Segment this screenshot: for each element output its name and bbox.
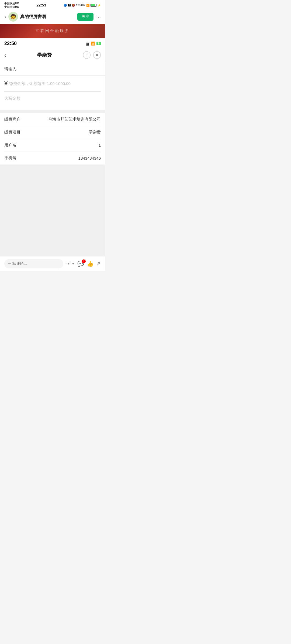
page-back-button[interactable]: ‹	[4, 52, 6, 58]
pagination-text: 1/1	[66, 262, 71, 266]
info-row-merchant: 缴费商户 乌海市舒艺艺术培训有限公司	[4, 113, 101, 126]
wifi-icon: 📶	[86, 4, 89, 7]
merchant-key: 缴费商户	[4, 117, 20, 122]
carrier2: 中国电信HD	[4, 5, 19, 9]
form-section: 请输入 ¥ 缴费金额，金额范围:1.00-1000.00 大写金额	[0, 62, 105, 111]
top-nav: ‹ 🧒 真的很厉害啊 关注 ···	[0, 10, 105, 24]
amount-placeholder: 缴费金额，金额范围:1.00-1000.00	[9, 81, 71, 86]
data-speed: 123 K/s	[76, 4, 85, 7]
inner-status-bar: 22:50 ▦ 📶 9	[0, 38, 105, 48]
info-section: 缴费商户 乌海市舒艺艺术培训有限公司 缴费项目 学杂费 用户名 1 手机号 18…	[0, 111, 105, 165]
share-icon: ⤴	[86, 53, 88, 57]
username-key: 用户名	[4, 143, 16, 148]
carrier-info: 中国联通HD 中国电信HD	[4, 2, 19, 9]
share-icon[interactable]: ↗	[96, 261, 101, 267]
more-button[interactable]: ···	[96, 14, 101, 20]
inner-wifi-icon: ▦	[86, 42, 89, 46]
comment-input[interactable]: ✏ 写评论...	[4, 259, 63, 268]
inner-battery-badge: 9	[96, 42, 101, 45]
gray-area	[0, 165, 105, 256]
phone-key: 手机号	[4, 156, 16, 161]
page-actions: ⤴ ✕	[83, 51, 101, 59]
status-time: 22:53	[36, 3, 46, 7]
follow-button[interactable]: 关注	[77, 13, 93, 21]
project-value: 学杂费	[89, 130, 101, 135]
input-label: 请输入	[4, 67, 101, 72]
bt-icon: 🅱	[68, 4, 71, 7]
username-label: 真的很厉害啊	[20, 14, 77, 20]
status-bar: 中国联通HD 中国电信HD 22:53 🔵 🅱 🔕 123 K/s 📶 ⚡	[0, 0, 105, 10]
pagination-arrow-icon[interactable]: ▼	[72, 262, 75, 265]
close-icon: ✕	[95, 53, 99, 57]
inner-status-icons: ▦ 📶 9	[86, 42, 101, 46]
avatar: 🧒	[8, 12, 18, 22]
mute-icon: 🔕	[72, 4, 75, 7]
signal-icon: 🔵	[64, 4, 67, 7]
yuan-sign: ¥	[4, 80, 8, 87]
carrier1: 中国联通HD	[4, 2, 19, 5]
amount-row[interactable]: ¥ 缴费金额，金额范围:1.00-1000.00	[4, 76, 101, 92]
page-title: 学杂费	[6, 52, 83, 58]
like-icon[interactable]: 👍	[87, 261, 93, 267]
inner-frame: 22:50 ▦ 📶 9 ‹ 学杂费 ⤴ ✕ 请输入 ¥ 缴费金额，金额范围:1.…	[0, 38, 105, 256]
status-icons: 🔵 🅱 🔕 123 K/s 📶 ⚡	[64, 4, 101, 7]
project-key: 缴费项目	[4, 130, 20, 135]
pagination: 1/1 ▼	[66, 262, 75, 266]
username-value: 1	[99, 143, 101, 148]
lightning-icon: ⚡	[98, 4, 101, 7]
banner: 互联网金融服务	[0, 24, 105, 38]
capital-label: 大写金额	[4, 92, 101, 105]
share-button[interactable]: ⤴	[83, 51, 91, 59]
top-nav-back-button[interactable]: ‹	[4, 13, 8, 20]
merchant-value: 乌海市舒艺艺术培训有限公司	[48, 117, 101, 122]
bottom-bar: ✏ 写评论... 1/1 ▼ 💬 1 👍 ↗	[0, 256, 105, 271]
inner-time: 22:50	[4, 41, 17, 46]
info-row-username: 用户名 1	[4, 139, 101, 152]
battery-indicator	[91, 4, 96, 7]
phone-value: 1843484346	[78, 156, 101, 160]
close-button[interactable]: ✕	[93, 51, 101, 59]
comment-badge: 1	[82, 259, 86, 263]
comment-icon[interactable]: 💬 1	[77, 261, 84, 267]
page-header: ‹ 学杂费 ⤴ ✕	[0, 48, 105, 62]
comment-placeholder: ✏ 写评论...	[8, 261, 27, 266]
battery-tip	[97, 5, 97, 6]
banner-text: 互联网金融服务	[36, 29, 70, 33]
battery-fill	[91, 4, 95, 6]
inner-wifi-symbol: 📶	[91, 42, 95, 46]
info-row-project: 缴费项目 学杂费	[4, 126, 101, 139]
info-row-phone: 手机号 1843484346	[4, 152, 101, 165]
